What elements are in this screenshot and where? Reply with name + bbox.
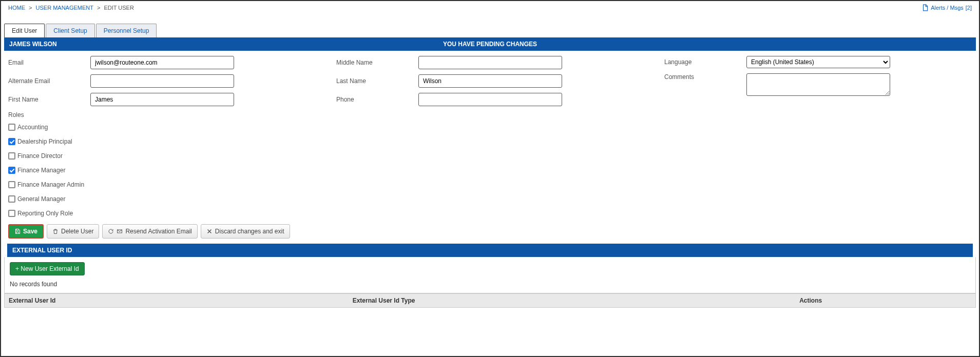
label-comments: Comments	[664, 73, 741, 81]
role-item: Reporting Only Role	[8, 210, 972, 217]
action-buttons-row: Save Delete User Resend Activation Email…	[4, 224, 976, 239]
alerts-label: Alerts / Msgs	[931, 5, 964, 11]
resend-activation-label: Resend Activation Email	[125, 228, 191, 235]
role-checkbox[interactable]	[8, 152, 15, 160]
label-phone: Phone	[336, 96, 413, 103]
label-middle-name: Middle Name	[336, 59, 413, 66]
mail-icon	[117, 228, 123, 234]
role-checkbox[interactable]	[8, 138, 15, 145]
label-email: Email	[8, 59, 85, 66]
role-label: Finance Manager Admin	[17, 181, 84, 188]
role-label: Finance Manager	[17, 167, 65, 174]
breadcrumb-user-mgmt[interactable]: USER MANAGEMENT	[36, 5, 93, 11]
label-alt-email: Alternate Email	[8, 77, 85, 85]
language-select[interactable]: English (United States)	[746, 56, 890, 68]
role-item: Finance Manager Admin	[8, 181, 972, 188]
discard-label: Discard changes and exit	[215, 228, 284, 235]
breadcrumb-home[interactable]: HOME	[8, 5, 25, 11]
role-label: Accounting	[17, 124, 48, 131]
external-user-id-title: EXTERNAL USER ID	[12, 247, 72, 254]
resend-activation-button[interactable]: Resend Activation Email	[102, 224, 197, 239]
email-field[interactable]	[90, 56, 234, 69]
label-first-name: First Name	[8, 96, 85, 103]
breadcrumb-sep: >	[97, 5, 100, 11]
role-item: General Manager	[8, 195, 972, 203]
document-icon	[921, 4, 929, 11]
tab-personnel-setup[interactable]: Personnel Setup	[96, 24, 157, 37]
label-language: Language	[664, 58, 741, 66]
role-item: Finance Director	[8, 152, 972, 160]
phone-field[interactable]	[418, 93, 562, 106]
trash-icon	[52, 228, 59, 234]
save-button-label: Save	[23, 228, 37, 235]
role-checkbox[interactable]	[8, 195, 15, 203]
no-records-text: No records found	[10, 281, 970, 288]
form-col-1: Email Alternate Email First Name	[8, 56, 316, 106]
save-icon	[14, 228, 21, 234]
roles-section: Roles AccountingDealership PrincipalFina…	[4, 111, 976, 217]
breadcrumb: HOME > USER MANAGEMENT > EDIT USER	[8, 5, 134, 11]
role-checkbox[interactable]	[8, 124, 15, 131]
alt-email-field[interactable]	[90, 74, 234, 88]
role-item: Finance Manager	[8, 167, 972, 174]
role-checkbox[interactable]	[8, 210, 15, 217]
top-bar: HOME > USER MANAGEMENT > EDIT USER Alert…	[1, 1, 979, 14]
form-col-3: Language English (United States) Comment…	[664, 56, 972, 106]
role-checkbox[interactable]	[8, 167, 15, 174]
external-user-id-header: EXTERNAL USER ID	[7, 244, 973, 257]
tab-edit-user[interactable]: Edit User	[4, 24, 45, 37]
alerts-count: [2]	[966, 5, 972, 11]
discard-button[interactable]: Discard changes and exit	[201, 224, 290, 239]
delete-user-button[interactable]: Delete User	[47, 224, 99, 239]
alerts-link[interactable]: Alerts / Msgs [2]	[921, 4, 972, 11]
breadcrumb-current: EDIT USER	[104, 5, 133, 11]
middle-name-field[interactable]	[418, 56, 562, 69]
last-name-field[interactable]	[418, 74, 562, 88]
role-label: General Manager	[17, 195, 65, 203]
role-item: Dealership Principal	[8, 138, 972, 145]
external-id-table-header: External User Id External User Id Type A…	[4, 293, 976, 308]
breadcrumb-sep: >	[29, 5, 32, 11]
label-last-name: Last Name	[336, 77, 413, 85]
section-header-user: JAMES WILSON YOU HAVE PENDING CHANGES	[4, 37, 976, 51]
refresh-icon	[108, 228, 114, 234]
col-actions: Actions	[799, 297, 971, 304]
roles-label: Roles	[8, 111, 972, 118]
tab-strip: Edit User Client Setup Personnel Setup	[4, 24, 979, 37]
role-label: Finance Director	[17, 152, 63, 160]
comments-field[interactable]	[746, 73, 890, 96]
app-root: HOME > USER MANAGEMENT > EDIT USER Alert…	[0, 0, 980, 357]
col-external-user-id-type: External User Id Type	[353, 297, 800, 304]
first-name-field[interactable]	[90, 93, 234, 106]
close-icon	[206, 228, 213, 234]
delete-user-label: Delete User	[61, 228, 93, 235]
pending-changes-title: YOU HAVE PENDING CHANGES	[443, 41, 537, 48]
role-item: Accounting	[8, 124, 972, 131]
col-external-user-id: External User Id	[9, 297, 353, 304]
new-external-id-button[interactable]: + New User External Id	[10, 262, 85, 275]
role-label: Reporting Only Role	[17, 210, 73, 217]
user-name-title: JAMES WILSON	[9, 41, 57, 48]
form-col-2: Middle Name Last Name Phone	[336, 56, 644, 106]
role-checkbox[interactable]	[8, 181, 15, 188]
save-button[interactable]: Save	[8, 224, 44, 239]
external-user-id-section: EXTERNAL USER ID + New User External Id …	[4, 244, 976, 293]
form-area: Email Alternate Email First Name Middle …	[4, 54, 976, 108]
role-label: Dealership Principal	[17, 138, 72, 145]
tab-client-setup[interactable]: Client Setup	[46, 24, 94, 37]
